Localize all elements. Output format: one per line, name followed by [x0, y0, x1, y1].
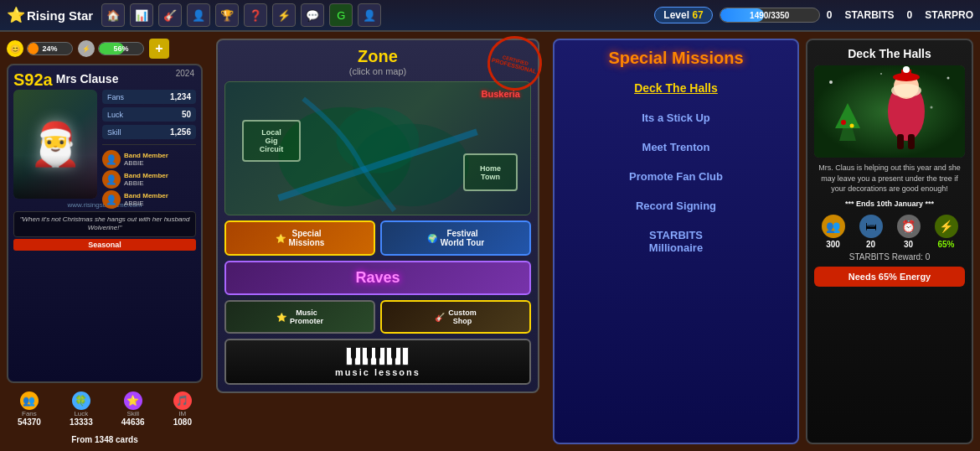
- mission-buttons: ⭐ Special Missions 🌍 Festival World Tour…: [224, 220, 531, 385]
- special-missions-panel: Special Missions Deck The Halls Its a St…: [553, 39, 799, 444]
- festival-world-tour-button[interactable]: 🌍 Festival World Tour: [380, 220, 531, 256]
- mission-list: Deck The Halls Its a Stick Up Meet Trent…: [563, 76, 789, 259]
- band-member-1: 👤 Band Member ABBIE: [102, 150, 196, 168]
- skill-value: 1,256: [170, 127, 191, 137]
- custom-shop-button[interactable]: 🎸 Custom Shop: [380, 300, 531, 334]
- raves-button[interactable]: Raves: [224, 261, 531, 295]
- map-area[interactable]: Buskeria Local Gig Circuit Home Town: [224, 81, 531, 215]
- card-detail-description: Mrs. Claus is helping out this year and …: [814, 163, 965, 194]
- mission-stick-up[interactable]: Its a Stick Up: [563, 106, 789, 129]
- mission-meet-trenton[interactable]: Meet Trenton: [563, 136, 789, 158]
- xp-bar: 1490/3350: [720, 8, 820, 23]
- svg-point-12: [850, 124, 854, 128]
- total-skill-label: Skill: [126, 410, 139, 417]
- starbits-reward-value: 0: [926, 252, 931, 262]
- reward-luck-icon: 🛏: [859, 215, 883, 238]
- reward-fans-value: 300: [826, 240, 840, 249]
- user-icon[interactable]: 👤: [358, 3, 381, 27]
- starbits-reward-label: STARBITS Reward:: [849, 252, 923, 262]
- piano-key-8: [402, 347, 409, 365]
- hive-icon[interactable]: G: [329, 3, 353, 27]
- reward-energy-value: 65%: [937, 240, 954, 249]
- chat-icon[interactable]: 💬: [301, 3, 324, 27]
- app-title: Rising Star: [27, 8, 93, 23]
- total-skill-value: 44636: [121, 417, 145, 427]
- starbits-reward: STARBITS Reward: 0: [814, 252, 965, 262]
- seasonal-badge: Seasonal: [13, 239, 196, 251]
- stats-icon[interactable]: 📊: [130, 3, 153, 27]
- lightning-icon[interactable]: ⚡: [272, 3, 296, 27]
- mission-promote-fan-club[interactable]: Promote Fan Club: [563, 165, 789, 188]
- luck-stat-value: 50: [182, 110, 191, 119]
- needs-energy-button[interactable]: Needs 65% Energy: [814, 267, 965, 287]
- fans-stat: Fans 1,234: [102, 90, 196, 104]
- music-promoter-button[interactable]: ⭐ Music Promoter: [224, 300, 375, 334]
- reward-skill-value: 30: [904, 240, 913, 249]
- total-fans-value: 54370: [18, 417, 41, 427]
- total-im-label: IM: [178, 410, 186, 417]
- luck-stat-label: Luck: [107, 111, 123, 119]
- zone-title: Zone: [224, 47, 531, 66]
- total-im: 🎵 IM 1080: [173, 391, 192, 427]
- home-icon[interactable]: 🏠: [101, 3, 125, 27]
- reward-energy: ⚡ 65%: [935, 215, 958, 249]
- music-lessons-button[interactable]: music lessons: [224, 339, 531, 385]
- total-luck-icon: 🍀: [72, 391, 90, 410]
- skill-label: Skill: [107, 128, 121, 137]
- band-member-name-2: ABBIE: [124, 179, 168, 187]
- band-member-label-1: Band Member: [124, 152, 168, 159]
- starpro-label: STARPRO: [925, 9, 973, 21]
- total-im-value: 1080: [173, 417, 192, 427]
- plus-button[interactable]: +: [149, 39, 169, 59]
- mission-record-signing[interactable]: Record Signing: [563, 194, 789, 217]
- nav-icons: 🏠 📊 🎸 👤 🏆 ❓ ⚡ 💬 G 👤: [101, 3, 381, 27]
- mission-starbits-millionaire[interactable]: STARBITS Millionaire: [563, 224, 789, 259]
- ego-bar-wrap: 😊 24%: [7, 40, 73, 57]
- hometown-zone[interactable]: Home Town: [463, 153, 518, 191]
- total-fans-label: Fans: [22, 410, 37, 417]
- starbits-value: 0: [827, 9, 833, 21]
- card-character-image: 🎅: [13, 90, 97, 199]
- svg-point-6: [880, 73, 882, 75]
- total-fans-icon: 👥: [20, 391, 39, 410]
- local-gig-zone[interactable]: Local Gig Circuit: [242, 120, 301, 162]
- band-member-3: 👤 Band Member ABBIE: [102, 190, 196, 209]
- piano-key-black-4: [391, 347, 396, 359]
- cards-suffix: cards: [116, 435, 138, 444]
- xp-text: 1490/3350: [720, 8, 819, 22]
- logo[interactable]: ⭐ Rising Star: [7, 6, 93, 24]
- mission-deck-halls[interactable]: Deck The Halls: [563, 76, 789, 100]
- total-im-icon: 🎵: [173, 391, 192, 410]
- luck-bar-wrap: ⚡ 56%: [78, 40, 144, 57]
- special-missions-button[interactable]: ⭐ Special Missions: [224, 220, 375, 256]
- level-badge: Level 67: [654, 7, 712, 23]
- luck-stat: Luck 50: [102, 107, 196, 122]
- guitar-icon[interactable]: 🎸: [158, 3, 182, 27]
- character-card: 2024 S92a Mrs Clause 🎅 Fans 1,234 Luck: [7, 64, 203, 383]
- band-member-2: 👤 Band Member ABBIE: [102, 170, 196, 189]
- music-lessons-label: music lessons: [335, 367, 420, 377]
- svg-point-17: [903, 66, 910, 73]
- band-member-icon-1: 👤: [102, 150, 121, 168]
- help-icon[interactable]: ❓: [244, 3, 267, 27]
- piano-keys: [346, 347, 409, 365]
- raves-label: Raves: [355, 269, 400, 287]
- music-lessons-inner: music lessons: [335, 347, 420, 377]
- skill-stat: Skill 1,256: [102, 125, 196, 139]
- ego-bar: 24%: [27, 42, 73, 55]
- reward-fans-icon: 👥: [822, 215, 845, 238]
- profile-icon[interactable]: 👤: [187, 3, 210, 27]
- star-icon: ⭐: [7, 6, 25, 24]
- trophy-icon[interactable]: 🏆: [215, 3, 239, 27]
- band-member-label-3: Band Member: [124, 192, 168, 200]
- starbits-label: STARBITS: [844, 9, 894, 21]
- middle-panel: CERTIFIED PROFESSIONAL Zone (click on ma…: [209, 32, 546, 451]
- svg-point-5: [947, 77, 950, 80]
- card-quote: "When it's not Christmas she hangs out w…: [13, 211, 196, 237]
- card-name: Mrs Clause: [56, 72, 119, 86]
- piano-key-black-1: [351, 347, 356, 359]
- reward-luck-value: 20: [866, 240, 875, 249]
- card-detail-image: [814, 65, 965, 158]
- band-member-name-1: ABBIE: [124, 159, 168, 167]
- cards-count: 1348: [95, 435, 113, 444]
